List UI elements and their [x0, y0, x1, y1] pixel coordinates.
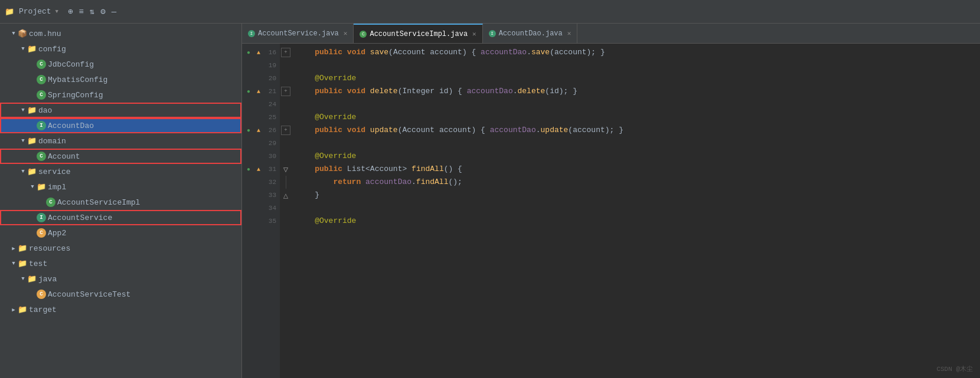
line-24: 24 [242, 98, 280, 111]
line-31: ● ▲ 31 [242, 163, 280, 176]
dropdown-icon[interactable]: ▼ [55, 9, 58, 15]
item-label: java [38, 275, 57, 284]
fold-triangle-icon[interactable]: ▽ [283, 165, 288, 175]
item-label: App2 [48, 229, 66, 238]
sidebar-item-com-hnu[interactable]: 📦 com.hnu [0, 26, 241, 41]
folder-icon: 📁 [27, 44, 37, 54]
fold-end-icon: △ [283, 190, 288, 200]
class-badge: C [37, 228, 46, 238]
sidebar-item-target[interactable]: 📁 target [0, 302, 241, 317]
sidebar-item-app2[interactable]: C App2 [0, 225, 241, 241]
chevron-icon [19, 137, 27, 145]
gutter-icon-green: ● [244, 165, 253, 173]
line-num: 16 [264, 49, 276, 56]
gutter-icon-orange: ▲ [254, 87, 263, 96]
list-icon[interactable]: ≡ [79, 7, 83, 17]
chevron-icon [9, 305, 18, 314]
interface-badge: I [37, 121, 46, 130]
class-badge: C [37, 60, 46, 69]
fold-line-16: + [280, 46, 292, 59]
chevron-icon [9, 29, 18, 38]
folder-icon: 📁 [27, 106, 37, 115]
sidebar-item-accountdao[interactable]: I AccountDao [0, 118, 241, 133]
expand-icon[interactable]: + [281, 87, 290, 96]
tab-close-icon[interactable]: ✕ [344, 29, 348, 37]
sidebar-item-mybatisconfig[interactable]: C MybatisConfig [0, 72, 241, 87]
line-16: ● ▲ 16 [242, 46, 280, 59]
tab-bar: I AccountService.java ✕ C AccountService… [242, 24, 980, 44]
sidebar-item-service[interactable]: 📁 service [0, 164, 241, 179]
item-label: impl [48, 183, 66, 192]
tab-accountserviceimpl[interactable]: C AccountServiceImpl.java ✕ [354, 24, 482, 43]
gutter-icon-green: ● [244, 48, 253, 57]
code-line-30: @Override [296, 150, 980, 163]
code-line-19 [296, 59, 980, 72]
code-line-32: return accountDao.findAll(); [296, 176, 980, 189]
expand-icon[interactable]: + [281, 48, 290, 57]
top-toolbar: 📁 Project ▼ ⊕ ≡ ⇅ ⚙ — [0, 0, 980, 24]
item-label: test [29, 259, 47, 268]
tab-label: AccountDao.java [499, 29, 563, 38]
sidebar-item-dao[interactable]: 📁 dao [0, 103, 241, 118]
sort-icon[interactable]: ⇅ [90, 6, 94, 17]
item-label: AccountServiceTest [48, 290, 130, 299]
interface-badge: I [37, 213, 46, 222]
item-label: com.hnu [29, 29, 61, 38]
gutter-icon-green: ● [244, 126, 253, 134]
item-label: Account [48, 152, 80, 161]
tab-close-icon[interactable]: ✕ [472, 30, 476, 38]
tab-close-icon[interactable]: ✕ [567, 29, 571, 37]
sidebar-item-account[interactable]: C Account [0, 149, 241, 164]
item-label: AccountDao [48, 121, 94, 130]
editor-area: I AccountService.java ✕ C AccountService… [242, 24, 980, 378]
line-num: 32 [264, 179, 276, 186]
line-26: ● ▲ 26 [242, 124, 280, 137]
gutter-icon-green: ● [244, 87, 253, 96]
chevron-icon [28, 183, 37, 191]
settings-icon[interactable]: ⚙ [100, 6, 105, 17]
fold-line-20 [280, 72, 292, 85]
item-label: MybatisConfig [48, 75, 107, 84]
gutter-icon-orange: ▲ [254, 48, 263, 57]
folder-icon: 📁 [27, 136, 37, 146]
sidebar-item-impl[interactable]: 📁 impl [0, 179, 241, 195]
project-title: 📁 Project ▼ [5, 7, 58, 17]
sidebar-item-accountservice[interactable]: I AccountService [0, 210, 241, 225]
sidebar-item-accountserviceimpl[interactable]: C AccountServiceImpl [0, 195, 241, 210]
fold-line-30 [280, 150, 292, 163]
sidebar-item-accountservicetest[interactable]: C AccountServiceTest [0, 287, 241, 302]
minimize-icon[interactable]: — [112, 7, 116, 17]
fold-line-33: △ [280, 189, 292, 202]
sidebar-item-resources[interactable]: 📁 resources [0, 241, 241, 256]
tab-accountdao[interactable]: I AccountDao.java ✕ [483, 24, 578, 43]
line-29: 29 [242, 137, 280, 150]
line-33: 33 [242, 189, 280, 202]
gutter-icon-orange: ▲ [254, 126, 263, 134]
line-num: 19 [264, 62, 276, 69]
gutter-icon-orange: ▲ [254, 165, 263, 173]
tab-accountservice[interactable]: I AccountService.java ✕ [242, 24, 354, 43]
sidebar-item-config[interactable]: 📁 config [0, 41, 241, 57]
code-line-33: } [296, 189, 980, 202]
code-line-21: public void delete(Integer id) { account… [296, 85, 980, 98]
sidebar-item-jdbcconfig[interactable]: C JdbcConfig [0, 57, 241, 72]
line-num: 35 [264, 218, 276, 225]
code-line-31: public List<Account> findAll() { [296, 163, 980, 176]
sidebar-item-test[interactable]: 📁 test [0, 256, 241, 271]
fold-line-32 [280, 176, 292, 189]
main-container: 📦 com.hnu 📁 config C JdbcConfig C Mybati… [0, 24, 980, 378]
item-label: domain [38, 137, 66, 146]
chevron-icon [19, 167, 27, 176]
sidebar-item-springconfig[interactable]: C SpringConfig [0, 87, 241, 103]
code-editor[interactable]: public void save(Account account) { acco… [292, 44, 980, 378]
folder-icon: 📁 [18, 259, 27, 268]
tab-icon: I [489, 30, 496, 37]
expand-icon[interactable]: + [281, 126, 290, 135]
fold-column: + + + ▽ [280, 44, 292, 378]
sidebar-item-java[interactable]: 📁 java [0, 271, 241, 287]
item-label: resources [29, 244, 70, 253]
line-30: 30 [242, 150, 280, 163]
fold-line-25 [280, 111, 292, 124]
sidebar-item-domain[interactable]: 📁 domain [0, 133, 241, 149]
add-icon[interactable]: ⊕ [68, 6, 73, 17]
